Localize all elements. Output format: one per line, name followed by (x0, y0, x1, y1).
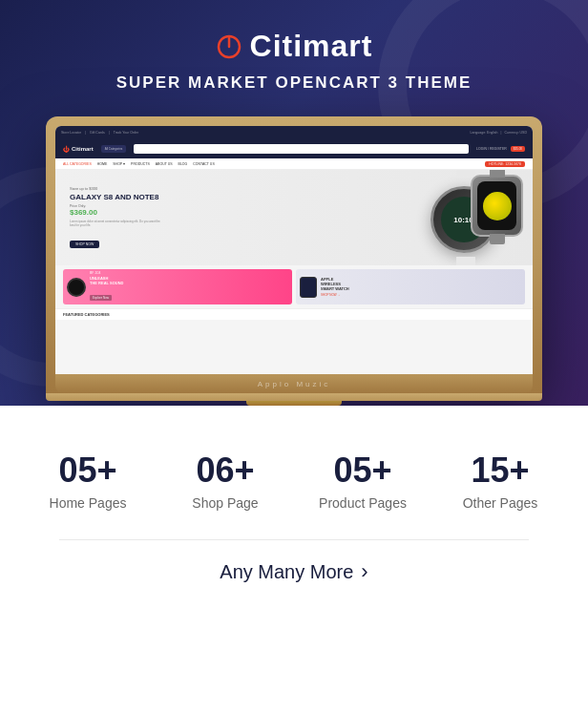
stat-other-pages: 15+ Other Pages (431, 444, 569, 520)
power-icon (216, 33, 242, 60)
stat-product-number: 05+ (299, 453, 427, 488)
mini-topbar: Store Locator | Gift Cards | Track Your … (55, 126, 533, 139)
mini-nav-logo: ⏻ Citimart (63, 146, 94, 153)
hero-section: Citimart SUPER MARKET OPENCART 3 THEME S… (0, 0, 588, 406)
stats-section: 05+ Home Pages 06+ Shop Page 05+ Product… (0, 406, 588, 539)
mini-featured-label: FEATURED CATEGORIES (55, 308, 533, 320)
laptop-bottom-bezel: Applo Muzic (55, 374, 533, 393)
more-link-text[interactable]: Any Many More (220, 561, 353, 583)
mini-phone-img (300, 277, 317, 298)
laptop-stand (246, 401, 342, 406)
mini-navbar: ⏻ Citimart All Categories LOGIN / REGIST… (55, 139, 533, 158)
mini-product-title: GALAXY S8 AND NOTE8 (70, 193, 165, 202)
mini-cta-button: SHOP NOW (70, 241, 99, 248)
stat-shop-label: Shop Page (161, 495, 289, 511)
stat-other-label: Other Pages (436, 495, 564, 511)
mini-price: $369.00 (70, 208, 165, 217)
tagline: SUPER MARKET OPENCART 3 THEME (116, 73, 472, 93)
laptop-base (46, 393, 542, 401)
stat-home-number: 05+ (24, 453, 152, 488)
laptop-mockup: Store Locator | Gift Cards | Track Your … (46, 116, 542, 406)
stat-product-pages: 05+ Product Pages (294, 444, 431, 520)
stat-shop-number: 06+ (161, 453, 289, 488)
brand-name: Citimart (250, 29, 373, 64)
mini-website: Store Locator | Gift Cards | Track Your … (55, 126, 533, 374)
mini-banner-row: BF-104 UNLEASHTHE REAL SOUND Explore Now… (55, 265, 533, 308)
mini-banner-headphone: BF-104 UNLEASHTHE REAL SOUND Explore Now (63, 269, 292, 304)
mini-watch-image: 10:10 (409, 170, 523, 265)
mini-headphone-img (67, 278, 86, 297)
laptop-screen: Store Locator | Gift Cards | Track Your … (55, 126, 533, 374)
mini-search-bar (134, 144, 469, 154)
more-arrow-icon[interactable]: › (361, 559, 368, 584)
stat-shop-page: 06+ Shop Page (157, 444, 294, 520)
stat-other-number: 15+ (436, 453, 564, 488)
mini-banner-watch: APPLEWIRELESSSMART WATCH SHOP NOW → (296, 269, 525, 304)
mini-hero-banner: Save up to $300 GALAXY S8 AND NOTE8 Pric… (55, 170, 533, 265)
mini-save-text: Save up to $300 (70, 186, 165, 191)
mini-description: Lorem ipsum dolor sit amet consectetur a… (70, 220, 165, 228)
stat-product-label: Product Pages (299, 495, 427, 511)
laptop-brand-label: Applo Muzic (258, 380, 331, 388)
mini-menu-bar: ALL CATEGORIES HOME SHOP ▾ PRODUCTS ABOU… (55, 158, 533, 170)
mini-nav-right: LOGIN / REGISTER $35.00 (476, 146, 525, 152)
laptop-outer: Store Locator | Gift Cards | Track Your … (46, 116, 542, 393)
stat-home-pages: 05+ Home Pages (19, 444, 157, 520)
brand-logo: Citimart (216, 29, 373, 64)
more-section[interactable]: Any Many More › (0, 540, 588, 613)
stat-home-label: Home Pages (24, 495, 152, 511)
mini-topbar-links: Store Locator | Gift Cards | Track Your … (61, 131, 138, 135)
mini-hero-text: Save up to $300 GALAXY S8 AND NOTE8 Pric… (70, 186, 165, 249)
